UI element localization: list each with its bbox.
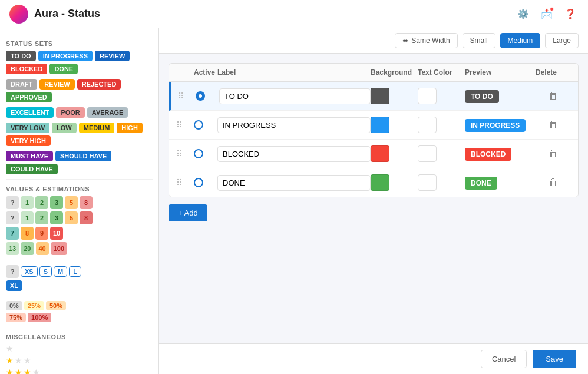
stars-3[interactable]: ★ ★ ★ ★ xyxy=(6,368,153,374)
text-color-inprogress[interactable] xyxy=(418,117,437,133)
pct-50[interactable]: 50% xyxy=(46,301,66,310)
tag-shouldhave[interactable]: SHOULD HAVE xyxy=(55,151,111,161)
tag-veryhigh[interactable]: VERY HIGH xyxy=(6,135,51,146)
notifications-icon[interactable]: 📩 xyxy=(539,6,555,22)
delete-blocked[interactable]: 🗑 xyxy=(536,146,571,161)
bg-swatch-inprogress[interactable] xyxy=(371,117,389,133)
divider-4 xyxy=(6,327,153,327)
same-width-button[interactable]: ⬌ Same Width xyxy=(395,33,457,48)
radio-todo[interactable] xyxy=(196,91,205,101)
large-button[interactable]: Large xyxy=(545,33,579,48)
pct-75[interactable]: 75% xyxy=(6,313,26,322)
delete-inprogress[interactable]: 🗑 xyxy=(536,117,571,133)
tag-high[interactable]: HIGH xyxy=(117,123,143,133)
label-input-todo[interactable] xyxy=(219,88,371,104)
size-l[interactable]: L xyxy=(69,266,81,277)
num-8a[interactable]: 8 xyxy=(80,196,93,209)
tag-average[interactable]: AVERAGE xyxy=(87,107,128,118)
num-3b[interactable]: 3 xyxy=(50,211,63,224)
tag-low[interactable]: LOW xyxy=(52,123,77,133)
num-8c[interactable]: 8 xyxy=(21,227,34,240)
drag-handle-2[interactable]: ⠿ xyxy=(176,120,194,130)
tag-review[interactable]: REVIEW xyxy=(95,51,130,61)
size-q[interactable]: ? xyxy=(6,265,19,278)
num-20[interactable]: 20 xyxy=(21,242,34,255)
tag-musthave[interactable]: MUST HAVE xyxy=(6,151,53,161)
medium-button[interactable]: Medium xyxy=(500,33,541,48)
num-8b[interactable]: 8 xyxy=(80,211,93,224)
star-empty: ★ xyxy=(6,344,14,353)
col-background-header: Background xyxy=(371,68,418,77)
cancel-button[interactable]: Cancel xyxy=(481,350,527,368)
save-button[interactable]: Save xyxy=(533,350,576,368)
bg-swatch-blocked[interactable] xyxy=(371,145,389,162)
num-q2[interactable]: ? xyxy=(6,211,19,224)
num-2b[interactable]: 2 xyxy=(35,211,48,224)
num-row-2: ? 1 2 3 5 8 xyxy=(6,211,153,224)
pct-row-1: 0% 25% 50% xyxy=(6,301,153,310)
drag-handle-1[interactable]: ⠿ xyxy=(178,91,196,101)
divider-3 xyxy=(6,296,153,296)
num-40[interactable]: 40 xyxy=(36,242,49,255)
size-xl[interactable]: XL xyxy=(6,280,22,291)
drag-handle-4[interactable]: ⠿ xyxy=(176,178,194,187)
pct-25[interactable]: 25% xyxy=(24,301,44,310)
num-1b[interactable]: 1 xyxy=(21,211,34,224)
stars-1[interactable]: ★ xyxy=(6,344,153,353)
values-title: Values & Estimations xyxy=(6,186,153,193)
radio-inprogress[interactable] xyxy=(194,120,203,130)
num-7[interactable]: 7 xyxy=(6,227,19,240)
tag-poor[interactable]: POOR xyxy=(56,107,84,118)
tag-approved[interactable]: APPROVED xyxy=(6,92,52,102)
table-row: ⠿ BLOCKED 🗑 xyxy=(169,140,578,168)
add-button[interactable]: + Add xyxy=(169,204,207,221)
small-button[interactable]: Small xyxy=(463,33,495,48)
text-color-done[interactable] xyxy=(418,174,437,191)
pct-0[interactable]: 0% xyxy=(6,301,22,310)
tag-rejected[interactable]: REJECTED xyxy=(77,79,121,90)
size-m[interactable]: M xyxy=(54,266,67,277)
text-color-todo[interactable] xyxy=(418,88,437,104)
settings-icon[interactable]: ⚙️ xyxy=(515,6,531,22)
num-100[interactable]: 100 xyxy=(51,242,67,255)
num-9[interactable]: 9 xyxy=(35,227,48,240)
delete-todo[interactable]: 🗑 xyxy=(536,88,571,104)
tag-review-orange[interactable]: REVIEW xyxy=(39,79,74,90)
num-1a[interactable]: 1 xyxy=(21,196,34,209)
num-13[interactable]: 13 xyxy=(6,242,19,255)
num-3a[interactable]: 3 xyxy=(50,196,63,209)
num-q[interactable]: ? xyxy=(6,196,19,209)
text-color-blocked[interactable] xyxy=(418,145,437,162)
radio-done[interactable] xyxy=(194,178,203,187)
size-s[interactable]: S xyxy=(39,266,52,277)
label-input-done[interactable] xyxy=(217,175,371,191)
misc-title: Miscellaneous xyxy=(6,333,153,340)
tag-inprogress[interactable]: IN PROGRESS xyxy=(38,51,93,61)
num-5b[interactable]: 5 xyxy=(65,211,78,224)
tag-blocked[interactable]: BLOCKED xyxy=(6,64,47,74)
pct-100[interactable]: 100% xyxy=(28,313,51,322)
radio-blocked[interactable] xyxy=(194,149,203,158)
divider-1 xyxy=(6,179,153,180)
num-2a[interactable]: 2 xyxy=(35,196,48,209)
delete-done[interactable]: 🗑 xyxy=(536,175,571,190)
tag-verylow[interactable]: VERY LOW xyxy=(6,123,49,133)
size-xs[interactable]: XS xyxy=(21,266,38,277)
divider-2 xyxy=(6,260,153,260)
tag-medium[interactable]: MEDIUM xyxy=(79,123,115,133)
bg-swatch-done[interactable] xyxy=(371,174,389,191)
num-10[interactable]: 10 xyxy=(50,227,63,240)
tag-done[interactable]: DONE xyxy=(49,64,78,74)
tag-draft[interactable]: DRAFT xyxy=(6,79,37,90)
num-5a[interactable]: 5 xyxy=(65,196,78,209)
status-group-1: TO DO IN PROGRESS REVIEW BLOCKED DONE xyxy=(6,51,153,74)
stars-2[interactable]: ★ ★ ★ xyxy=(6,356,153,365)
label-input-blocked[interactable] xyxy=(217,146,371,162)
drag-handle-3[interactable]: ⠿ xyxy=(176,149,194,158)
tag-excellent[interactable]: EXCELLENT xyxy=(6,107,54,118)
label-input-inprogress[interactable] xyxy=(217,117,371,133)
tag-todo[interactable]: TO DO xyxy=(6,51,36,61)
bg-swatch-todo[interactable] xyxy=(371,88,389,104)
tag-couldhave[interactable]: COULD HAVE xyxy=(6,164,58,174)
help-icon[interactable]: ❓ xyxy=(562,6,579,22)
